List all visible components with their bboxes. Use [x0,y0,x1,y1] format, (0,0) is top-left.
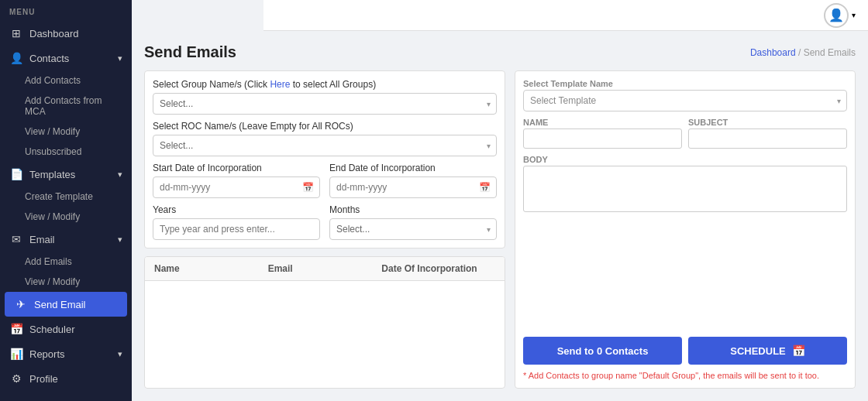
sidebar-item-label: Contacts [29,53,69,64]
sub-item-label: Add Contacts from MCA [25,95,122,117]
months-select[interactable]: Select... [329,218,497,240]
sidebar-item-reports[interactable]: 📊 Reports ▾ [0,341,132,366]
sub-item-label: Add Emails [25,256,72,267]
sidebar-sub-add-emails[interactable]: Add Emails [0,252,132,272]
page-title: Send Emails [144,43,236,61]
end-date-input[interactable] [329,177,497,198]
dashboard-icon: ⊞ [9,27,23,39]
group-select-wrapper: Select... ▾ [153,93,497,115]
scheduler-icon: 📅 [9,323,23,335]
action-row: Send to 0 Contacts SCHEDULE 📅 [523,337,847,365]
name-input[interactable] [523,129,682,149]
years-label: Years [153,204,320,215]
group-here-link[interactable]: Here [270,79,290,90]
breadcrumb-home[interactable]: Dashboard [750,47,796,58]
years-field: Years [153,204,320,240]
sidebar-item-label: Scheduler [29,324,75,335]
roc-select[interactable]: Select... [153,135,497,156]
note-text: * Add Contacts to group name "Default Gr… [523,371,847,380]
schedule-button[interactable]: SCHEDULE 📅 [688,337,847,365]
send-email-icon: ✈ [14,298,28,310]
subject-label: SUBJECT [688,118,847,127]
subject-field: SUBJECT [688,118,847,149]
schedule-button-label: SCHEDULE [730,345,786,357]
top-section: Select Group Name/s (Click Here to selec… [144,70,505,248]
sidebar-sub-add-contacts[interactable]: Add Contacts [0,70,132,91]
sidebar-item-email[interactable]: ✉ Email ▾ [0,227,132,252]
sidebar: MENU ⊞ Dashboard 👤 Contacts ▾ Add Contac… [0,0,132,401]
profile-icon: ⚙ [9,372,23,385]
sidebar-item-send-email[interactable]: ✈ Send Email [5,292,127,317]
months-field: Months Select... ▾ [329,204,497,240]
name-label: NAME [523,118,682,127]
spacer [523,221,847,331]
breadcrumb-current: Send Emails [804,47,856,58]
sidebar-item-label: Profile [29,373,58,385]
template-select-wrapper: Select Template ▾ [523,90,847,111]
start-date-input[interactable] [153,177,320,198]
sidebar-sub-create-template[interactable]: Create Template [0,187,132,207]
start-date-input-wrapper: 📅 [153,177,320,198]
roc-select-wrapper: Select... ▾ [153,135,497,156]
reports-icon: 📊 [9,348,23,360]
chevron-down-icon: ▾ [118,235,122,245]
sidebar-item-contacts[interactable]: 👤 Contacts ▾ [0,46,132,70]
name-field: NAME [523,118,682,149]
sidebar-item-templates[interactable]: 📄 Templates ▾ [0,162,132,187]
chevron-down-icon: ▾ [118,349,122,359]
contacts-table: Name Email Date Of Incorporation [144,256,505,389]
sub-item-label: Add Contacts [25,75,81,86]
sidebar-sub-view-modify-emails[interactable]: View / Modify [0,272,132,292]
menu-label: MENU [0,0,132,21]
sidebar-sub-view-modify-templates[interactable]: View / Modify [0,207,132,227]
schedule-calendar-icon: 📅 [792,344,805,357]
chevron-down-icon: ▾ [118,53,122,63]
group-select[interactable]: Select... [153,93,497,115]
sidebar-item-label: Templates [29,169,75,180]
group-field-label: Select Group Name/s (Click Here to selec… [153,79,497,90]
send-button[interactable]: Send to 0 Contacts [523,337,682,365]
page-header: Send Emails Dashboard / Send Emails [144,43,856,61]
sidebar-sub-unsubscribed[interactable]: Unsubscribed [0,142,132,162]
sidebar-sub-view-modify-contacts[interactable]: View / Modify [0,122,132,142]
sidebar-item-profile[interactable]: ⚙ Profile [0,366,132,391]
avatar-dropdown-icon[interactable]: ▾ [852,11,856,19]
months-select-wrapper: Select... ▾ [329,218,497,240]
year-month-row: Years Months Select... ▾ [153,204,497,240]
name-subject-row: NAME SUBJECT [523,118,847,149]
col-name: Name [154,263,268,274]
sub-item-label: View / Modify [25,276,80,287]
months-label: Months [329,204,497,215]
left-panel: Select Group Name/s (Click Here to selec… [144,70,505,389]
sub-item-label: View / Modify [25,126,80,137]
breadcrumb: Dashboard / Send Emails [750,47,856,58]
sidebar-sub-add-contacts-mca[interactable]: Add Contacts from MCA [0,91,132,122]
sidebar-item-label: Reports [29,348,65,360]
chevron-down-icon: ▾ [118,170,122,180]
date-row: Start Date of Incorporation 📅 End Date o… [153,163,497,198]
body-label: BODY [523,155,847,164]
years-input[interactable] [153,218,320,240]
col-email: Email [268,263,382,274]
form-area: Select Group Name/s (Click Here to selec… [144,70,856,389]
body-field: BODY [523,155,847,214]
sidebar-item-label: Send Email [34,299,85,310]
table-header: Name Email Date Of Incorporation [145,257,505,281]
avatar[interactable]: 👤 [824,3,849,28]
subject-input[interactable] [688,129,847,149]
sidebar-item-scheduler[interactable]: 📅 Scheduler [0,317,132,341]
topbar: 👤 ▾ [264,0,868,31]
end-date-input-wrapper: 📅 [329,177,497,198]
body-textarea[interactable] [523,166,847,212]
template-section: Select Template Name Select Template ▾ [523,79,847,111]
end-date-label: End Date of Incorporation [329,163,497,173]
sidebar-item-dashboard[interactable]: ⊞ Dashboard [0,21,132,46]
start-date-field: Start Date of Incorporation 📅 [153,163,320,198]
template-label: Select Template Name [523,79,847,88]
templates-icon: 📄 [9,168,23,180]
right-panel: Select Template Name Select Template ▾ N… [515,70,856,389]
sub-item-label: View / Modify [25,211,80,222]
template-select[interactable]: Select Template [523,90,847,111]
main-content: Send Emails Dashboard / Send Emails Sele… [132,31,868,401]
contacts-icon: 👤 [9,52,23,64]
